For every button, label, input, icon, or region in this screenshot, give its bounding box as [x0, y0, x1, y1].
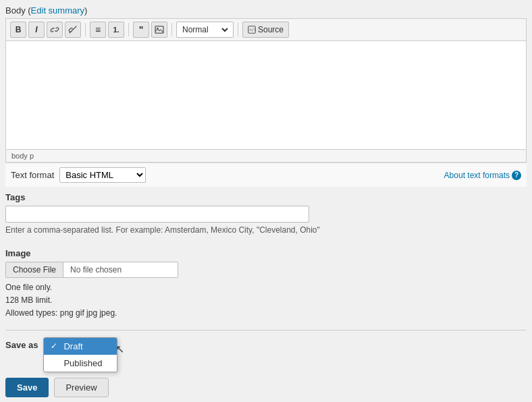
editor-status-text: body p [11, 152, 34, 160]
tags-input[interactable] [5, 206, 309, 223]
unlink-icon [68, 25, 78, 34]
text-format-row: Text format Basic HTML Full HTML Restric… [5, 163, 527, 187]
image-button[interactable] [151, 22, 167, 38]
save-as-option-draft[interactable]: ✓ Draft [44, 338, 117, 355]
help-icon: ? [512, 171, 521, 180]
source-icon: </> [248, 26, 256, 34]
page-wrapper: Body (Edit summary) B I ≡ 1. [0, 0, 532, 402]
file-info-line-3: Allowed types: png gif jpg jpeg. [5, 307, 527, 320]
editor-status-bar: body p [6, 149, 526, 162]
check-mark-draft: ✓ [51, 341, 60, 351]
source-button[interactable]: </> Source [242, 22, 289, 38]
svg-line-0 [70, 26, 77, 34]
link-icon [50, 25, 59, 34]
format-select-wrapper: Normal Heading 1 Heading 2 Heading 3 [176, 22, 234, 38]
save-button[interactable]: Save [5, 378, 49, 397]
toolbar-sep-4 [238, 23, 238, 36]
toolbar-sep-1 [85, 23, 86, 36]
editor-toolbar: B I ≡ 1. " [6, 19, 526, 41]
file-info-line-1: One file only. [5, 281, 527, 294]
section-divider [5, 330, 527, 331]
text-format-left: Text format Basic HTML Full HTML Restric… [11, 167, 146, 183]
tags-section: Tags Enter a comma-separated list. For e… [5, 187, 527, 235]
about-formats-text: About text formats [444, 171, 510, 180]
body-text: Body [5, 5, 26, 16]
choose-file-button[interactable]: Choose File [5, 262, 63, 278]
link-button[interactable] [47, 22, 63, 38]
action-buttons: Save Preview [5, 378, 527, 397]
body-label: Body (Edit summary) [5, 5, 527, 16]
file-name-display: No file chosen [63, 262, 178, 278]
save-as-option-published[interactable]: Published [44, 355, 117, 372]
image-section: Image Choose File No file chosen One fil… [5, 243, 527, 320]
list-ol-button[interactable]: 1. [108, 22, 124, 38]
about-formats-link[interactable]: About text formats ? [444, 171, 521, 180]
save-as-label: Save as [5, 337, 38, 350]
preview-button[interactable]: Preview [54, 378, 108, 397]
format-select[interactable]: Normal Heading 1 Heading 2 Heading 3 [180, 24, 230, 35]
save-as-published-label: Published [63, 358, 102, 368]
toolbar-sep-3 [171, 23, 172, 36]
bold-button[interactable]: B [10, 22, 26, 38]
file-input-row: Choose File No file chosen [5, 262, 527, 278]
list-ul-button[interactable]: ≡ [90, 22, 106, 38]
save-as-draft-label: Draft [63, 341, 82, 351]
source-label: Source [258, 25, 284, 34]
tags-label: Tags [5, 192, 527, 202]
file-info-line-2: 128 MB limit. [5, 294, 527, 307]
italic-button[interactable]: I [28, 22, 45, 38]
save-as-row: Save as ✓ Draft Published ↖ [5, 337, 527, 372]
save-as-dropdown[interactable]: ✓ Draft Published [43, 337, 117, 372]
unlink-button[interactable] [65, 22, 81, 38]
edit-summary-link[interactable]: Edit summary [31, 5, 84, 16]
image-icon [155, 26, 164, 34]
body-editor-section: B I ≡ 1. " [5, 18, 527, 163]
quote-button[interactable]: " [133, 22, 149, 38]
text-format-label: Text format [11, 170, 54, 180]
text-format-select[interactable]: Basic HTML Full HTML Restricted HTML Pla… [59, 167, 146, 183]
tags-hint: Enter a comma-separated list. For exampl… [5, 225, 527, 235]
svg-rect-1 [155, 26, 163, 33]
toolbar-sep-2 [128, 23, 129, 36]
image-label: Image [5, 248, 527, 258]
save-as-dropdown-wrapper: ✓ Draft Published ↖ [43, 337, 117, 372]
file-info: One file only. 128 MB limit. Allowed typ… [5, 281, 527, 320]
svg-text:</>: </> [249, 27, 256, 32]
editor-content-area[interactable] [6, 41, 526, 149]
